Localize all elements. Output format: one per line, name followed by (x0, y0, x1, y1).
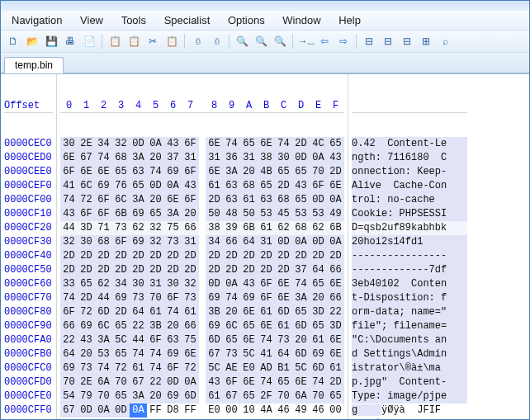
hex-byte[interactable]: 62 (275, 221, 292, 235)
hex-byte[interactable]: 2D (182, 263, 199, 277)
hex-row[interactable]: 416C6976650D0A43616368652D436F6E (60, 179, 344, 193)
hex-byte[interactable]: 61 (258, 305, 275, 319)
find-hex-icon[interactable]: 🔍 (253, 33, 269, 50)
hex-byte[interactable]: 2D (275, 249, 292, 263)
hex-byte[interactable]: 64 (240, 235, 258, 249)
hex-byte[interactable]: 0D (310, 193, 327, 207)
hex-byte[interactable]: 2D (310, 249, 327, 263)
hex-byte[interactable]: 74 (164, 305, 182, 319)
hex-byte[interactable]: 6F (182, 165, 199, 179)
hex-byte[interactable]: 2D (112, 305, 130, 319)
hex-byte[interactable]: 69 (164, 347, 182, 361)
hex-byte[interactable]: 62 (130, 221, 147, 235)
tab-tempbin[interactable]: temp.bin (4, 57, 64, 73)
hex-row[interactable]: 6973747261746F725CAEE0ADB15C6D61 (60, 361, 344, 375)
hex-byte[interactable]: 6C (112, 193, 130, 207)
hex-byte[interactable]: 70 (147, 291, 164, 305)
hex-byte[interactable]: 61 (275, 319, 292, 333)
hex-byte[interactable]: 6F (164, 361, 182, 375)
hex-byte[interactable]: 53 (258, 207, 275, 221)
hex-byte[interactable]: 70 (112, 375, 130, 389)
hex-byte[interactable]: 73 (112, 221, 130, 235)
hex-byte[interactable]: 2E (78, 137, 95, 151)
hex-byte[interactable]: 6D (275, 305, 292, 319)
hex-row[interactable]: 702E6A7067220D0A436F6E74656E742D (60, 375, 344, 389)
hex-byte[interactable]: 79 (78, 389, 95, 403)
hex-byte[interactable]: 2D (130, 263, 147, 277)
ascii-row[interactable]: D=qsb2uf89kabhbk (352, 221, 467, 235)
hex-byte[interactable]: 4A (258, 403, 275, 418)
hex-byte[interactable]: 69 (240, 291, 258, 305)
hex-byte[interactable]: 62 (310, 221, 327, 235)
hex-byte[interactable]: 43 (327, 151, 344, 165)
hex-byte[interactable]: 2D (327, 165, 344, 179)
hex-byte[interactable]: 67 (78, 151, 95, 165)
ascii-row[interactable]: d Settings\Admin (352, 347, 467, 361)
hex-byte[interactable]: 68 (292, 221, 310, 235)
hex-byte[interactable]: 68 (275, 193, 292, 207)
hex-byte[interactable]: 65 (292, 193, 310, 207)
hex-byte[interactable]: 3B (147, 319, 164, 333)
hex-byte[interactable]: 6F (112, 235, 130, 249)
hex-byte[interactable]: 5C (292, 361, 310, 375)
hex-byte[interactable]: 6B (327, 221, 344, 235)
new-icon[interactable]: 🗋 (5, 33, 21, 50)
hex-byte[interactable]: E0 (240, 361, 258, 375)
menu-navigation[interactable]: Navigation (4, 12, 69, 28)
open-icon[interactable]: 📂 (24, 33, 40, 50)
hex-byte[interactable]: 43 (78, 333, 95, 347)
hex-byte[interactable]: 5C (206, 361, 223, 375)
hex-byte[interactable]: 2D (206, 193, 223, 207)
hex-byte[interactable]: 45 (275, 207, 292, 221)
hex-byte[interactable]: 32 (147, 221, 164, 235)
hex-byte[interactable]: 74 (60, 291, 78, 305)
hex-byte[interactable]: 20 (182, 207, 199, 221)
hex-byte[interactable]: 2D (292, 137, 310, 151)
hex-row[interactable]: 547970653A20696D6167652F706A7065 (60, 389, 344, 403)
hex-byte[interactable]: 67 (130, 375, 147, 389)
hex-byte[interactable]: 6F (258, 277, 275, 291)
hex-byte[interactable]: 2D (78, 249, 95, 263)
hex-byte[interactable]: 70 (310, 165, 327, 179)
ascii-row[interactable]: istrator\®à­±\ma (352, 361, 467, 375)
hex-byte[interactable]: 20 (292, 333, 310, 347)
hex-byte[interactable]: 00 (223, 403, 240, 418)
hex-byte[interactable]: 6E (327, 277, 344, 291)
hex-byte[interactable]: 74 (60, 193, 78, 207)
hex-byte[interactable]: AD (258, 361, 275, 375)
hex-byte[interactable]: 74 (147, 361, 164, 375)
hex-byte[interactable]: 0A (327, 193, 344, 207)
hex-byte[interactable]: 0D (130, 137, 147, 151)
hex-byte[interactable]: 64 (130, 305, 147, 319)
menu-specialist[interactable]: Specialist (157, 12, 218, 28)
hex-byte[interactable]: 65 (310, 277, 327, 291)
hex-byte[interactable]: 2D (95, 263, 112, 277)
hex-byte[interactable]: 3A (223, 165, 240, 179)
hex-byte[interactable]: 3A (292, 291, 310, 305)
hex-byte[interactable]: 65 (112, 165, 130, 179)
hex-byte[interactable]: 73 (78, 361, 95, 375)
hex-byte[interactable]: 61 (206, 389, 223, 403)
hex-byte[interactable]: 66 (223, 235, 240, 249)
hex-byte[interactable]: 31 (147, 277, 164, 291)
hex-byte[interactable]: 3A (130, 193, 147, 207)
hex-byte[interactable]: 74 (223, 291, 240, 305)
hex-byte[interactable]: 6E (258, 319, 275, 333)
hex-byte[interactable]: 74 (223, 137, 240, 151)
hex-byte[interactable]: 6E (240, 333, 258, 347)
hex-byte[interactable]: 61 (327, 361, 344, 375)
hex-byte[interactable]: 61 (206, 179, 223, 193)
hex-byte[interactable]: 70 (275, 389, 292, 403)
hex-byte[interactable]: 6F (258, 291, 275, 305)
hex-byte[interactable]: 6E (275, 277, 292, 291)
hex-byte[interactable]: 65 (292, 305, 310, 319)
hex-byte[interactable]: 0A (164, 179, 182, 193)
hex-byte[interactable]: 6E (206, 165, 223, 179)
hex-byte[interactable]: 67 (223, 389, 240, 403)
hex-row[interactable]: 302E34320D0A436F6E74656E742D4C65 (60, 137, 344, 151)
ascii-row[interactable]: 0.42 Content-Le (352, 137, 467, 151)
hex-byte[interactable]: FF (147, 403, 164, 418)
hex-byte[interactable]: 72 (182, 361, 199, 375)
hex-row[interactable]: 6F6E6E656374696F6E3A204B6565702D (60, 165, 344, 179)
hex-byte[interactable]: 43 (182, 179, 199, 193)
